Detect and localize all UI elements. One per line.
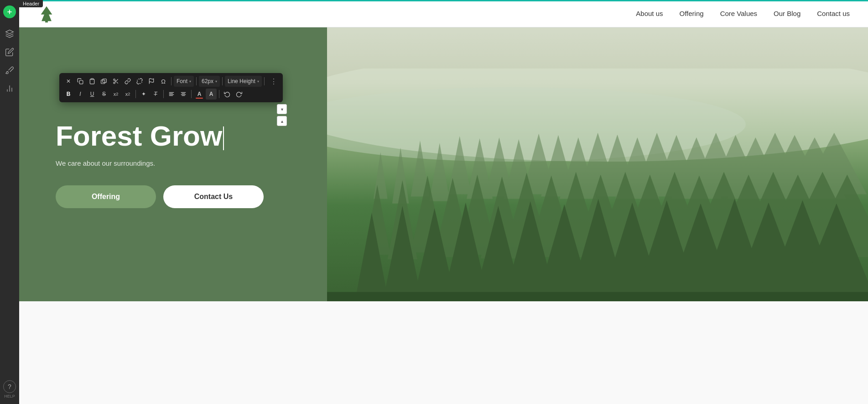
add-button[interactable]: [3, 5, 16, 18]
svg-marker-32: [374, 152, 388, 199]
line-height-label: Line Height: [228, 78, 255, 84]
hero-buttons: Offering Contact Us: [56, 185, 291, 208]
line-height-arrow: ▾: [257, 79, 259, 84]
toolbar-strikethrough-btn[interactable]: S: [99, 89, 109, 100]
main-wrapper: Header About us Offering Core Values Our…: [19, 0, 868, 404]
hero-title-text: Forest Grow: [56, 120, 222, 152]
toolbar-align-left-btn[interactable]: [166, 89, 177, 100]
hero-title: Forest Grow: [56, 121, 291, 152]
hero-subtitle: We care about our surroundings.: [56, 159, 291, 167]
nav-links: About us Offering Core Values Our Blog C…: [636, 10, 850, 17]
brush-icon[interactable]: [1, 62, 18, 79]
toolbar-superscript-btn[interactable]: x2: [122, 89, 133, 100]
toolbar-line-height-dropdown[interactable]: Line Height ▾: [225, 76, 262, 87]
collapse-up-btn[interactable]: ▴: [277, 116, 287, 126]
toolbar-font-color-btn[interactable]: A: [194, 89, 205, 100]
nav-about[interactable]: About us: [636, 10, 663, 17]
hero-left-panel: ✕: [19, 27, 327, 301]
text-editor-toolbar: ✕: [59, 73, 283, 102]
font-label: Font: [177, 78, 187, 84]
toolbar-undo-btn[interactable]: [222, 89, 233, 100]
analytics-icon[interactable]: [1, 80, 18, 97]
contact-button[interactable]: Contact Us: [163, 185, 264, 208]
top-nav: Header About us Offering Core Values Our…: [19, 0, 868, 27]
svg-point-13: [114, 82, 115, 84]
toolbar-bold-btn[interactable]: B: [63, 89, 74, 100]
forest-trees-svg: [327, 68, 868, 301]
header-badge: Header: [19, 0, 43, 7]
toolbar-font-size-dropdown[interactable]: 62px ▾: [199, 76, 220, 87]
toolbar-separator-6: [163, 90, 164, 98]
toolbar-unlink-btn[interactable]: [134, 76, 145, 87]
sidebar: ? HELP: [0, 0, 19, 404]
toolbar-special-char-btn[interactable]: Ω: [158, 76, 169, 87]
toolbar-flag-btn[interactable]: [146, 76, 157, 87]
svg-rect-9: [91, 79, 94, 79]
toolbar-align-center-btn[interactable]: [178, 89, 189, 100]
font-size-value: 62px: [202, 78, 213, 84]
svg-rect-11: [103, 79, 106, 83]
toolbar-separator-5: [135, 90, 136, 98]
toolbar-cut-btn[interactable]: [110, 76, 121, 87]
toolbar-separator-7: [191, 90, 192, 98]
toolbar-link-btn[interactable]: [122, 76, 133, 87]
nav-core-values[interactable]: Core Values: [720, 10, 757, 17]
forest-background: [327, 27, 868, 301]
svg-marker-6: [41, 6, 52, 21]
toolbar-font-dropdown[interactable]: Font ▾: [174, 76, 194, 87]
toolbar-row-2: B I U S x2 x2 ✦ T: [63, 89, 279, 100]
layers-icon[interactable]: [1, 26, 18, 42]
text-collapse-buttons: ▾ ▴: [277, 104, 287, 126]
toolbar-paste-btn[interactable]: [87, 76, 98, 87]
nav-offering[interactable]: Offering: [680, 10, 704, 17]
edit-icon[interactable]: [1, 44, 18, 60]
svg-point-12: [114, 79, 115, 81]
toolbar-separator-8: [219, 90, 219, 98]
svg-line-15: [116, 82, 118, 83]
offering-button[interactable]: Offering: [56, 185, 156, 208]
svg-rect-8: [79, 80, 83, 84]
font-dropdown-arrow: ▾: [189, 79, 191, 84]
svg-rect-91: [327, 292, 868, 301]
toolbar-row-1: ✕: [63, 76, 279, 87]
nav-contact[interactable]: Contact us: [817, 10, 850, 17]
svg-line-16: [115, 80, 116, 81]
sidebar-icons: [1, 26, 18, 380]
help-section: ? HELP: [3, 380, 16, 399]
toolbar-duplicate-btn[interactable]: [99, 76, 109, 87]
hero-right-panel: [327, 27, 868, 301]
toolbar-underline-btn[interactable]: U: [87, 89, 98, 100]
collapse-down-btn[interactable]: ▾: [277, 104, 287, 114]
toolbar-code-btn[interactable]: T: [150, 89, 161, 100]
bottom-area: [19, 301, 868, 404]
toolbar-separator-3: [222, 77, 223, 85]
toolbar-redo-btn[interactable]: [234, 89, 244, 100]
toolbar-settings-btn[interactable]: ⋮: [268, 76, 279, 87]
toolbar-separator-2: [196, 77, 197, 85]
text-cursor: [223, 126, 224, 151]
font-size-arrow: ▾: [215, 79, 217, 84]
nav-blog[interactable]: Our Blog: [774, 10, 800, 17]
toolbar-italic-btn[interactable]: I: [75, 89, 86, 100]
toolbar-copy-btn[interactable]: [75, 76, 86, 87]
svg-rect-7: [45, 20, 48, 22]
toolbar-close-btn[interactable]: ✕: [63, 76, 74, 87]
toolbar-bg-color-btn[interactable]: A: [206, 89, 217, 100]
toolbar-separator-1: [171, 77, 172, 85]
toolbar-clear-format-btn[interactable]: ✦: [138, 89, 149, 100]
hero-section: ✕: [19, 27, 868, 301]
help-label: HELP: [4, 394, 15, 399]
help-icon[interactable]: ?: [3, 380, 16, 393]
svg-marker-2: [6, 30, 14, 34]
toolbar-subscript-btn[interactable]: x2: [110, 89, 121, 100]
toolbar-separator-4: [264, 77, 265, 85]
